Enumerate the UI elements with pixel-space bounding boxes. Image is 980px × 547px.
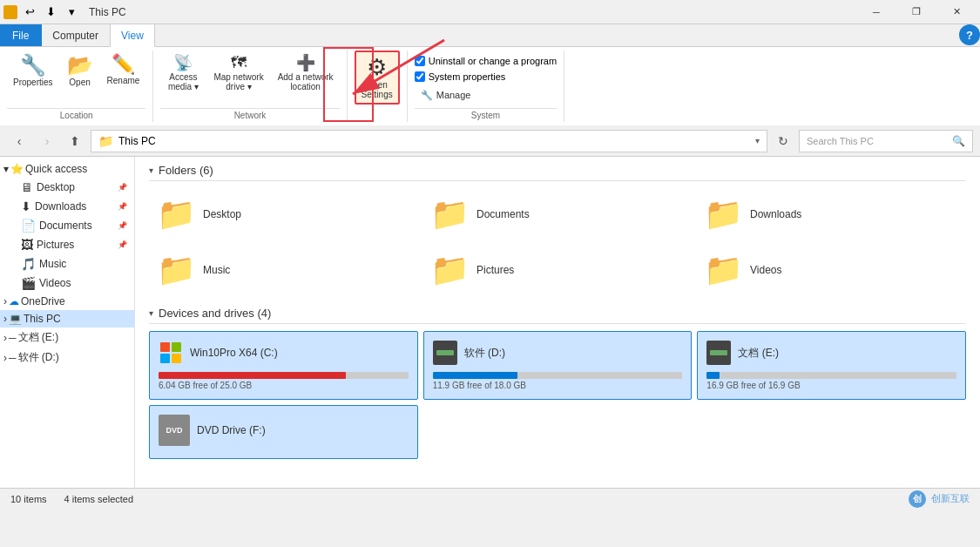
pin-icon-pic: 📌: [118, 240, 127, 249]
folders-grid: 📁 Desktop 📁 Documents 📁 Downloads 📁 Musi…: [149, 188, 966, 296]
sidebar-onedrive-header[interactable]: › ☁ OneDrive: [0, 293, 134, 310]
properties-button[interactable]: 🔧 Properties: [7, 51, 59, 91]
drive-f-name: DVD Drive (F:): [197, 424, 266, 436]
manage-button[interactable]: 🔧 Manage: [415, 87, 477, 104]
qat-down[interactable]: ⬇: [42, 3, 59, 21]
uninstall-checkbox-input[interactable]: [415, 56, 425, 66]
add-network-location-button[interactable]: ➕ Add a networklocation: [272, 51, 340, 96]
drive-e-bar: [706, 372, 719, 379]
drive-f[interactable]: DVD DVD Drive (F:): [149, 405, 418, 459]
folder-documents[interactable]: 📁 Documents: [422, 188, 693, 240]
expand-icon-sd: ›: [3, 352, 7, 364]
onedrive-icon: ☁: [9, 295, 19, 307]
open-icon: 📂: [67, 55, 93, 76]
drive-e[interactable]: 文档 (E:) 16.9 GB free of 16.9 GB: [697, 331, 966, 400]
drive-e-size: 16.9 GB free of 16.9 GB: [706, 381, 956, 390]
sidebar-item-pictures[interactable]: 🖼 Pictures 📌: [0, 235, 134, 254]
drive-d[interactable]: 软件 (D:) 11.9 GB free of 18.0 GB: [423, 331, 693, 400]
drive-f-header: DVD DVD Drive (F:): [159, 415, 409, 446]
drive-d-bar-container: [433, 372, 683, 379]
refresh-button[interactable]: ↻: [771, 129, 795, 153]
drive-c-bar-container: [159, 372, 409, 379]
address-input[interactable]: 📁 This PC ▾: [91, 130, 767, 152]
network-group-label: Network: [160, 108, 339, 122]
qat-undo[interactable]: ↩: [21, 3, 38, 21]
map-network-drive-button[interactable]: 🗺 Map networkdrive ▾: [207, 51, 269, 96]
drive-c[interactable]: Win10Pro X64 (C:) 6.04 GB free of 25.0 G…: [149, 331, 418, 400]
drive-d-bar: [433, 372, 517, 379]
main-layout: ▾ ⭐ Quick access 🖥 Desktop 📌 ⬇ Downloads…: [0, 157, 980, 488]
drives-section-header[interactable]: ▾ Devices and drives (4): [149, 307, 966, 324]
sidebar-doc-e-header[interactable]: › ─ 文档 (E:): [0, 328, 134, 348]
sidebar-quick-access-header[interactable]: ▾ ⭐ Quick access: [0, 160, 134, 178]
folder-music[interactable]: 📁 Music: [149, 244, 419, 296]
sidebar-item-music[interactable]: 🎵 Music: [0, 254, 134, 274]
status-bar: 10 items 4 items selected 创 创新互联: [0, 488, 980, 509]
doc-e-label: 文档 (E:): [18, 330, 59, 345]
help-button[interactable]: ?: [959, 24, 980, 45]
soft-d-label: 软件 (D:): [18, 350, 59, 365]
expand-icon-de: ›: [3, 332, 7, 344]
open-button[interactable]: 📂 Open: [61, 51, 99, 91]
system-properties-checkbox[interactable]: System properties: [415, 71, 506, 82]
open-settings-button[interactable]: ⚙ OpenSettings: [355, 51, 400, 105]
folders-toggle-icon: ▾: [149, 165, 153, 175]
drives-toggle-icon: ▾: [149, 308, 153, 318]
folder-videos[interactable]: 📁 Videos: [696, 244, 966, 296]
item-count: 10 items: [10, 494, 47, 504]
tab-view[interactable]: View: [110, 24, 155, 47]
drive-c-header: Win10Pro X64 (C:): [159, 341, 409, 365]
search-box[interactable]: Search This PC 🔍: [799, 130, 973, 152]
onedrive-label: OneDrive: [21, 295, 65, 307]
sidebar-item-videos[interactable]: 🎬 Videos: [0, 274, 134, 293]
folders-section-header[interactable]: ▾ Folders (6): [149, 164, 966, 181]
this-pc-label: This PC: [24, 313, 61, 325]
folder-pictures[interactable]: 📁 Pictures: [422, 244, 693, 296]
up-button[interactable]: ⬆: [63, 129, 87, 153]
rename-button[interactable]: ✏️ Rename: [101, 51, 146, 90]
rename-icon: ✏️: [112, 55, 135, 74]
drives-section-label: Devices and drives (4): [159, 307, 271, 320]
desktop-icon: 🖥: [21, 180, 33, 194]
folder-music-icon: 📁: [157, 252, 196, 288]
tab-computer[interactable]: Computer: [42, 24, 110, 46]
drive-e-icon: [706, 341, 731, 365]
folder-icon: 📁: [98, 134, 113, 148]
tab-file[interactable]: File: [0, 24, 42, 46]
forward-button[interactable]: ›: [35, 129, 59, 153]
pictures-label: Pictures: [37, 239, 74, 251]
music-label: Music: [39, 258, 66, 270]
close-button[interactable]: ✕: [936, 0, 977, 24]
drive-d-name: 软件 (D:): [464, 346, 505, 361]
qat-dropdown[interactable]: ▾: [63, 3, 80, 21]
drive-c-size: 6.04 GB free of 25.0 GB: [159, 381, 409, 390]
uninstall-checkbox[interactable]: Uninstall or change a program: [415, 56, 557, 66]
folder-downloads[interactable]: 📁 Downloads: [696, 188, 966, 240]
sidebar-item-downloads[interactable]: ⬇ Downloads 📌: [0, 197, 134, 216]
videos-label: Videos: [39, 277, 71, 289]
content-area: ▾ Folders (6) 📁 Desktop 📁 Documents 📁 Do…: [135, 157, 980, 488]
folder-desktop[interactable]: 📁 Desktop: [149, 188, 419, 240]
sidebar-item-desktop[interactable]: 🖥 Desktop 📌: [0, 178, 134, 197]
sidebar-soft-d-header[interactable]: › ─ 软件 (D:): [0, 348, 134, 368]
system-properties-checkbox-input[interactable]: [415, 71, 425, 82]
access-media-button[interactable]: 📡 Accessmedia ▾: [160, 51, 206, 96]
back-button[interactable]: ‹: [7, 129, 31, 153]
watermark: 创新互联: [931, 492, 970, 505]
sidebar-this-pc-header[interactable]: › 💻 This PC: [0, 310, 134, 328]
drive-e-name: 文档 (E:): [738, 346, 779, 361]
sidebar-item-documents[interactable]: 📄 Documents 📌: [0, 216, 134, 235]
folder-desktop-label: Desktop: [203, 208, 241, 220]
videos-icon: 🎬: [21, 276, 36, 290]
access-media-icon: 📡: [173, 55, 193, 71]
minimize-button[interactable]: ─: [856, 0, 896, 24]
quick-access-label: Quick access: [25, 163, 87, 175]
downloads-icon: ⬇: [21, 199, 31, 213]
folder-videos-label: Videos: [750, 264, 781, 276]
ribbon-group-system: Uninstall or change a program System pro…: [408, 51, 564, 122]
folder-documents-icon: 📁: [430, 196, 470, 233]
address-dropdown-icon[interactable]: ▾: [755, 136, 760, 145]
expand-icon: ▾: [3, 163, 9, 175]
restore-button[interactable]: ❐: [896, 0, 936, 24]
folder-desktop-icon: 📁: [157, 196, 196, 233]
